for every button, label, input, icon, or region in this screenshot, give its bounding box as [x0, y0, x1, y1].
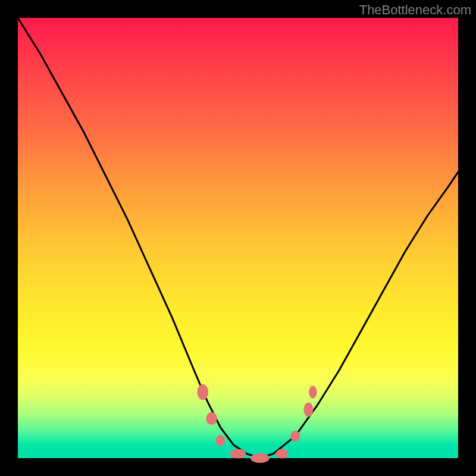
chart-frame: TheBottleneck.com — [0, 0, 476, 476]
curve-marker — [215, 435, 225, 446]
bottleneck-curve — [18, 18, 458, 458]
chart-overlay — [0, 0, 476, 476]
curve-marker — [275, 449, 288, 459]
curve-marker — [206, 412, 217, 425]
curve-marker — [290, 431, 300, 442]
curve-marker — [303, 403, 313, 417]
curve-marker — [250, 453, 270, 463]
curve-marker — [309, 386, 317, 398]
curve-marker — [230, 449, 246, 459]
curve-marker — [198, 384, 209, 400]
